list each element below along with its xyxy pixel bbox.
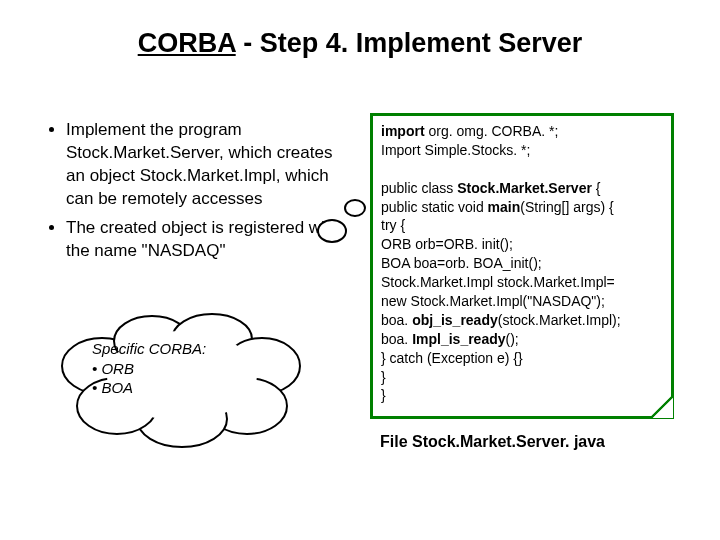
slide-title: CORBA - Step 4. Implement Server [0,28,720,59]
bullet-item: The created object is registered with th… [66,217,348,263]
title-underlined: CORBA [138,28,236,58]
page-fold-icon [650,395,674,419]
cloud-heading: Specific CORBA: [92,339,292,359]
cloud-item: • ORB [92,359,292,379]
thought-bubble-dot [344,199,366,217]
cloud-item: • BOA [92,378,292,398]
bullet-list: Implement the program Stock.Market.Serve… [48,119,348,269]
title-rest: - Step 4. Implement Server [236,28,583,58]
thought-bubble-dot [317,219,347,243]
thought-cloud: Specific CORBA: • ORB • BOA [62,319,312,459]
file-caption: File Stock.Market.Server. java [380,433,605,451]
cloud-text: Specific CORBA: • ORB • BOA [92,339,292,398]
bullet-item: Implement the program Stock.Market.Serve… [66,119,348,211]
code-box: import org. omg. CORBA. *; Import Simple… [370,113,674,419]
